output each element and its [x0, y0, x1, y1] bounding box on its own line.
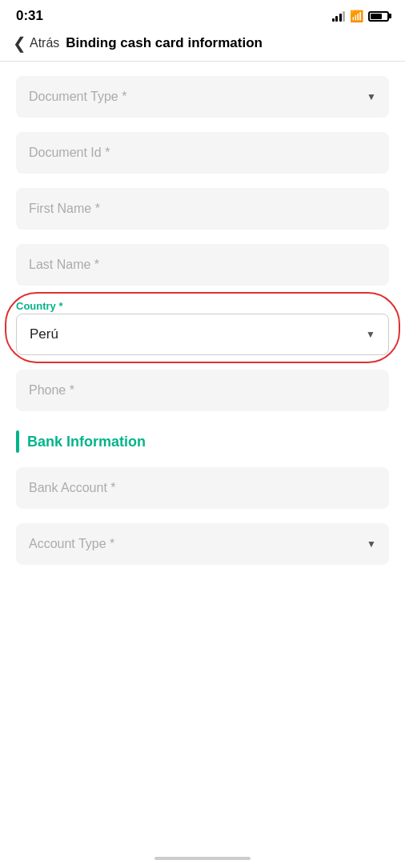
first-name-field[interactable]: [16, 188, 389, 230]
account-type-wrapper: Account Type * ▼: [16, 523, 389, 565]
last-name-input[interactable]: [29, 258, 376, 272]
bank-account-field[interactable]: [16, 467, 389, 509]
first-name-wrapper: [16, 188, 389, 230]
signal-icon: [332, 10, 346, 22]
country-label: Country *: [16, 300, 389, 312]
country-arrow-icon: ▼: [366, 329, 375, 340]
country-value: Perú: [30, 326, 58, 342]
account-type-placeholder: Account Type *: [29, 537, 114, 551]
status-bar: 0:31 📶: [0, 0, 405, 29]
document-id-field[interactable]: [16, 132, 389, 174]
account-type-arrow-icon: ▼: [367, 538, 376, 550]
phone-field[interactable]: [16, 370, 389, 411]
bank-account-wrapper: [16, 467, 389, 509]
header-divider: [0, 61, 405, 62]
document-type-placeholder: Document Type *: [29, 90, 126, 104]
document-id-input[interactable]: [29, 146, 376, 160]
document-type-wrapper: Document Type * ▼: [16, 76, 389, 118]
document-type-arrow-icon: ▼: [367, 91, 376, 102]
back-label: Atrás: [30, 36, 59, 50]
status-time: 0:31: [16, 8, 43, 24]
nav-bar: ❮ Atrás Binding cash card information: [0, 29, 405, 61]
form-container: Document Type * ▼ Country * Perú ▼: [0, 76, 405, 608]
back-chevron-icon: ❮: [13, 35, 26, 51]
country-section: Country * Perú ▼: [16, 300, 389, 355]
bank-accent-bar: [16, 430, 19, 453]
first-name-input[interactable]: [29, 202, 376, 216]
last-name-wrapper: [16, 244, 389, 286]
document-id-wrapper: [16, 132, 389, 174]
document-type-dropdown[interactable]: Document Type * ▼: [16, 76, 389, 118]
phone-input[interactable]: [29, 383, 376, 398]
country-dropdown[interactable]: Perú ▼: [16, 314, 389, 355]
battery-icon: [368, 11, 389, 22]
bank-account-input[interactable]: [29, 481, 376, 495]
wifi-icon: 📶: [350, 10, 363, 22]
last-name-field[interactable]: [16, 244, 389, 286]
home-indicator: [154, 857, 251, 860]
page-title: Binding cash card information: [66, 35, 263, 51]
bank-section-header: Bank Information: [16, 430, 389, 453]
phone-wrapper: [16, 370, 389, 411]
account-type-dropdown[interactable]: Account Type * ▼: [16, 523, 389, 565]
bank-section-title: Bank Information: [27, 434, 146, 450]
status-icons: 📶: [332, 10, 390, 22]
back-button[interactable]: ❮ Atrás: [13, 35, 59, 51]
